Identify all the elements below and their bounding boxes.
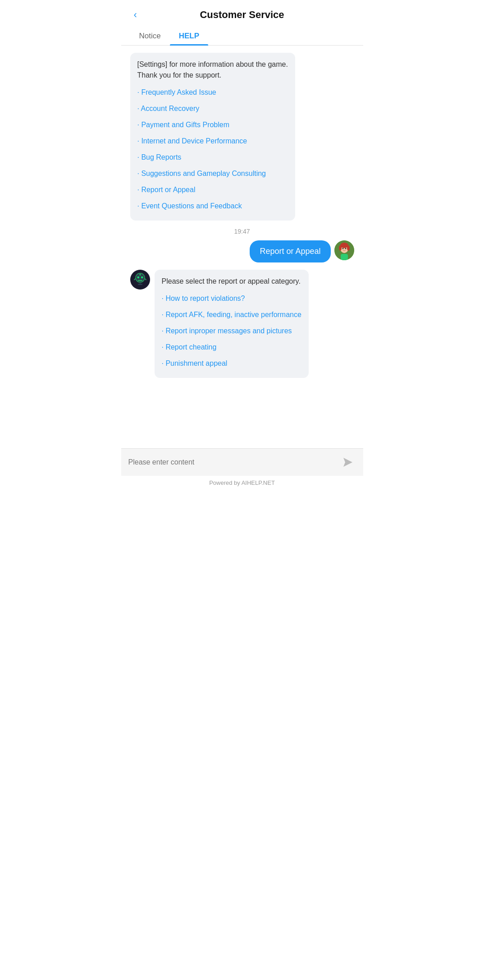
timestamp: 19:47 <box>130 228 354 235</box>
page-title: Customer Service <box>200 9 284 21</box>
footer: Powered by AIHELP.NET <box>121 476 363 490</box>
svg-point-6 <box>345 248 346 249</box>
svg-point-9 <box>347 245 350 251</box>
bot-intro-text-1: [Settings] for more information about th… <box>137 59 288 81</box>
message-input[interactable] <box>128 455 335 470</box>
bot-bubble-1: [Settings] for more information about th… <box>130 53 295 221</box>
tab-notice[interactable]: Notice <box>130 27 170 45</box>
link-suggestions[interactable]: · Suggestions and Gameplay Consulting <box>137 166 288 182</box>
svg-rect-16 <box>137 280 142 281</box>
link-event-questions[interactable]: · Event Questions and Feedback <box>137 198 288 214</box>
back-button[interactable]: ‹ <box>130 7 141 23</box>
link-report-improper[interactable]: · Report inproper messages and pictures <box>162 323 301 339</box>
svg-rect-17 <box>139 274 141 275</box>
svg-point-8 <box>339 245 342 251</box>
link-bug-reports[interactable]: · Bug Reports <box>137 149 288 166</box>
user-message: Report or Appeal <box>130 240 354 262</box>
link-faq[interactable]: · Frequently Asked Issue <box>137 84 288 101</box>
input-bar <box>121 448 363 476</box>
svg-rect-10 <box>341 254 348 260</box>
user-avatar <box>334 240 354 260</box>
svg-line-21 <box>145 278 146 280</box>
svg-point-5 <box>342 248 343 249</box>
link-account-recovery[interactable]: · Account Recovery <box>137 101 288 117</box>
link-report-afk[interactable]: · Report AFK, feeding, inactive performa… <box>162 307 301 323</box>
bot-message-2: Please select the report or appeal categ… <box>130 270 354 378</box>
bot-bubble-2: Please select the report or appeal categ… <box>155 270 309 378</box>
link-payment[interactable]: · Payment and Gifts Problem <box>137 117 288 133</box>
chat-area: [Settings] for more information about th… <box>121 46 363 448</box>
bot-avatar <box>130 270 150 290</box>
svg-point-14 <box>137 277 139 278</box>
link-how-to-report[interactable]: · How to report violations? <box>162 290 301 307</box>
svg-marker-22 <box>343 458 352 467</box>
bot-message-1: [Settings] for more information about th… <box>130 53 354 221</box>
svg-point-15 <box>141 277 142 278</box>
bot-intro-text-2: Please select the report or appeal categ… <box>162 276 301 287</box>
link-report-appeal[interactable]: · Report or Appeal <box>137 182 288 198</box>
header: ‹ Customer Service <box>121 0 363 27</box>
link-internet[interactable]: · Internet and Device Performance <box>137 133 288 149</box>
svg-rect-19 <box>137 284 142 285</box>
tabs-bar: Notice HELP <box>121 27 363 46</box>
send-button[interactable] <box>340 454 356 470</box>
link-report-cheating[interactable]: · Report cheating <box>162 339 301 355</box>
link-punishment-appeal[interactable]: · Punishment appeal <box>162 355 301 372</box>
tab-help[interactable]: HELP <box>170 27 208 45</box>
svg-line-20 <box>134 278 135 280</box>
user-bubble: Report or Appeal <box>250 240 330 262</box>
